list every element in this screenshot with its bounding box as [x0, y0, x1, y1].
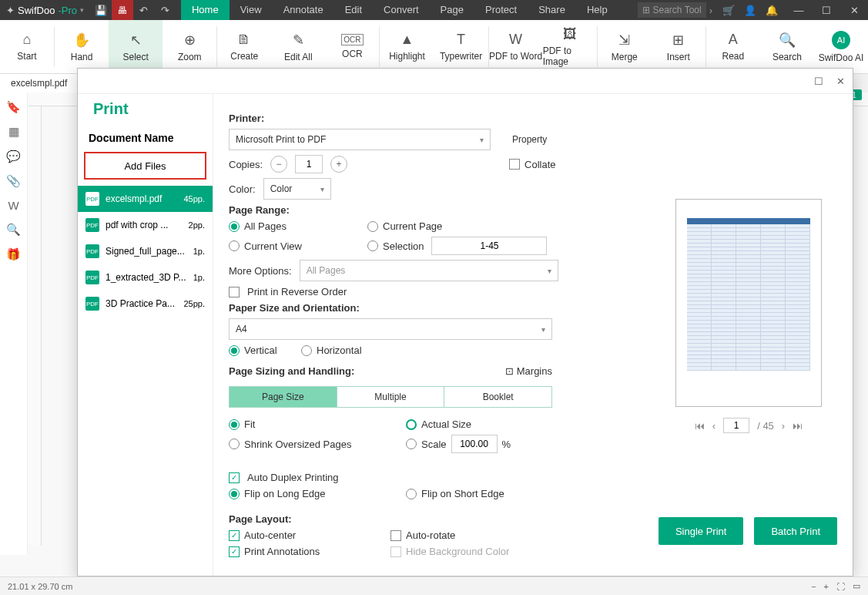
collate-check[interactable] [509, 159, 520, 170]
file-row[interactable]: PDFpdf with crop ...2pp. [78, 212, 213, 238]
ribbon-read[interactable]: ARead [706, 20, 760, 73]
file-row[interactable]: PDF3D Practice Pa...25pp. [78, 291, 213, 317]
copies-dec[interactable]: − [270, 156, 287, 173]
save-icon[interactable]: 💾 [90, 0, 112, 20]
menu-page[interactable]: Page [430, 0, 474, 20]
ribbon-search[interactable]: 🔍Search [760, 20, 814, 73]
add-files-button[interactable]: Add Files [84, 152, 206, 180]
radio-flip-short[interactable] [406, 489, 417, 499]
radio-vertical[interactable] [229, 345, 240, 356]
page-input[interactable] [723, 418, 749, 433]
copies-input[interactable] [295, 155, 323, 173]
word-panel-icon[interactable]: W [8, 199, 18, 212]
print-icon[interactable]: 🖶 [112, 0, 133, 20]
ribbon-select[interactable]: ↖Select [109, 20, 163, 73]
radio-shrink[interactable] [229, 439, 240, 449]
color-select[interactable]: Color▾ [263, 178, 331, 200]
menu-protect[interactable]: Protect [474, 0, 528, 20]
gift-icon[interactable]: 🎁 [6, 247, 21, 261]
radio-current-view[interactable] [229, 240, 240, 251]
cart-icon[interactable]: 🛒 [720, 0, 737, 20]
selection-input[interactable] [431, 237, 547, 255]
menu-convert[interactable]: Convert [373, 0, 430, 20]
batch-print-button[interactable]: Batch Print [754, 517, 837, 545]
ribbon-ocr[interactable]: OCROCR [325, 20, 379, 73]
ribbon-insert[interactable]: ⊞Insert [652, 20, 705, 73]
zoom-out-icon[interactable]: − [811, 582, 816, 591]
doc-tab[interactable]: excelsmpl.pdf [0, 74, 79, 92]
ribbon-pdf-word[interactable]: WPDF to Word [489, 20, 543, 73]
bookmark-icon[interactable]: 🔖 [6, 100, 21, 114]
menu-share[interactable]: Share [528, 0, 576, 20]
user-icon[interactable]: 👤 [742, 0, 759, 20]
radio-current-page[interactable] [367, 221, 378, 232]
menu-help[interactable]: Help [576, 0, 618, 20]
dialog-close-icon[interactable]: ✕ [834, 75, 846, 87]
ribbon-edit-all[interactable]: ✎Edit All [271, 20, 325, 73]
minimize-button[interactable]: — [785, 0, 813, 20]
radio-horizontal[interactable] [301, 345, 312, 356]
ribbon-pdf-image[interactable]: 🖼PDF to Image [543, 20, 597, 73]
radio-flip-long[interactable] [229, 489, 240, 499]
ribbon-merge[interactable]: ⇲Merge [598, 20, 652, 73]
paper-select[interactable]: A4▾ [229, 318, 552, 340]
view-mode-icon[interactable]: ▭ [853, 581, 860, 591]
ribbon-hand[interactable]: ✋Hand [55, 20, 109, 73]
dropdown-caret-icon[interactable]: ▾ [80, 6, 84, 14]
radio-scale[interactable] [406, 439, 417, 449]
printer-select[interactable]: Microsoft Print to PDF▾ [229, 129, 491, 150]
margins-link[interactable]: ⊡Margins [505, 365, 552, 377]
prev-page-icon[interactable]: ‹ [712, 420, 716, 432]
tab-booklet[interactable]: Booklet [444, 387, 551, 407]
tab-page-size[interactable]: Page Size [230, 387, 337, 407]
radio-selection[interactable] [367, 240, 378, 251]
comment-icon[interactable]: 💬 [6, 150, 21, 163]
scale-input[interactable] [451, 435, 498, 453]
ribbon-highlight[interactable]: ▲Highlight [380, 20, 434, 73]
ribbon-create[interactable]: 🗎Create [217, 20, 271, 73]
menu-home[interactable]: Home [181, 0, 230, 20]
bell-icon[interactable]: 🔔 [763, 0, 780, 20]
attach-icon[interactable]: 📎 [6, 174, 21, 188]
ribbon-start[interactable]: ⌂Start [0, 20, 54, 73]
dialog-max-icon[interactable]: ☐ [813, 75, 825, 87]
thumbs-icon[interactable]: ▦ [8, 125, 19, 139]
last-page-icon[interactable]: ⏭ [793, 420, 803, 432]
undo-icon[interactable]: ↶ [133, 0, 155, 20]
file-row[interactable]: PDF1_extracted_3D P...1p. [78, 264, 213, 291]
ribbon-zoom[interactable]: ⊕Zoom [163, 20, 216, 73]
radio-all-pages[interactable] [229, 221, 240, 232]
menu-view[interactable]: View [230, 0, 273, 20]
duplex-check[interactable] [229, 472, 240, 483]
menu-edit[interactable]: Edit [334, 0, 373, 20]
file-row[interactable]: PDFSigned_full_page...1p. [78, 238, 213, 264]
file-row[interactable]: PDFexcelsmpl.pdf45pp. [78, 186, 213, 212]
reverse-check[interactable] [229, 287, 240, 298]
auto-center-check[interactable] [229, 530, 240, 541]
property-link[interactable]: Property [512, 134, 547, 145]
zoom-in-icon[interactable]: + [824, 582, 829, 591]
tab-multiple[interactable]: Multiple [337, 387, 445, 407]
single-print-button[interactable]: Single Print [659, 517, 743, 545]
copies-inc[interactable]: + [330, 156, 347, 173]
search-expand-icon[interactable]: › [706, 5, 716, 16]
radio-fit[interactable] [229, 419, 240, 430]
close-button[interactable]: ✕ [840, 0, 868, 20]
page-total: / 45 [757, 420, 774, 432]
menu-annotate[interactable]: Annotate [273, 0, 334, 20]
brand: ✦ SwifDoo-Pro ▾ [0, 5, 90, 16]
ribbon-typewriter[interactable]: TTypewriter [434, 20, 488, 73]
ribbon-ai[interactable]: AISwifDoo AI [814, 20, 868, 73]
maximize-button[interactable]: ☐ [813, 0, 840, 20]
fit-icon[interactable]: ⛶ [836, 582, 845, 591]
print-annot-check[interactable] [229, 546, 240, 557]
word-icon: W [509, 32, 522, 48]
search-tool[interactable]: ⊞ Search Tool [638, 2, 706, 18]
redo-icon[interactable]: ↷ [155, 0, 176, 20]
first-page-icon[interactable]: ⏮ [695, 420, 705, 432]
radio-actual[interactable] [406, 419, 417, 430]
next-page-icon[interactable]: › [782, 420, 785, 432]
search-panel-icon[interactable]: 🔍 [6, 223, 21, 237]
more-options-select[interactable]: All Pages▾ [300, 260, 558, 281]
auto-rotate-check[interactable] [390, 530, 401, 541]
